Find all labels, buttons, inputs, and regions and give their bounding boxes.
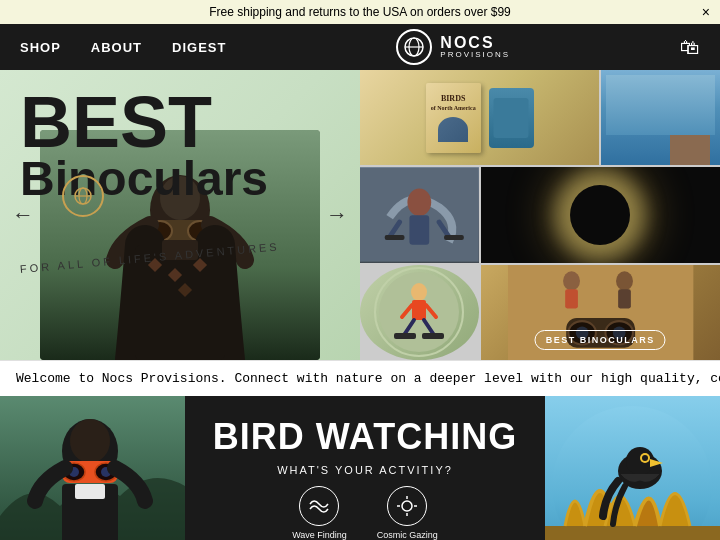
- birds-book-title: BIRDSof North America: [431, 94, 476, 113]
- nav-about-link[interactable]: ABOUT: [91, 40, 142, 55]
- logo-circle: [396, 29, 432, 65]
- hero-title-best: BEST: [20, 90, 281, 155]
- svg-rect-54: [75, 484, 105, 499]
- logo-text: NOCS PROVISIONS: [440, 35, 510, 59]
- cart-icon[interactable]: 🛍: [680, 36, 700, 58]
- announcement-bar: Free shipping and returns to the USA on …: [0, 0, 720, 24]
- wave-finding-icon: [299, 486, 339, 526]
- hero-subtitle: FOR ALL OF LIFE'S ADVENTURES: [19, 240, 280, 275]
- announcement-text: Free shipping and returns to the USA on …: [209, 5, 511, 19]
- hero-left: BEST Binoculars FOR ALL OF LIFE'S ADVENT…: [0, 70, 360, 360]
- svg-rect-34: [422, 333, 444, 339]
- text-banner: Welcome to Nocs Provisions. Connect with…: [0, 360, 720, 396]
- best-binoculars-badge[interactable]: BEST BINOCULARS: [535, 330, 666, 350]
- svg-point-66: [626, 447, 654, 475]
- svg-point-69: [642, 455, 648, 461]
- svg-point-27: [411, 283, 427, 301]
- svg-point-38: [616, 271, 633, 290]
- svg-rect-37: [565, 289, 578, 308]
- close-announcement-button[interactable]: ×: [702, 4, 710, 20]
- hero-logo-circle: [62, 175, 104, 217]
- hero-title-binoculars: Binoculars: [20, 155, 281, 203]
- activity-icons-row: Wave Finding Cosmic Gazing: [292, 486, 438, 540]
- navigation: SHOP ABOUT DIGEST NOCS PROVISIONS 🛍: [0, 24, 720, 70]
- nav-digest-link[interactable]: DIGEST: [172, 40, 226, 55]
- round-skater-svg: [374, 267, 464, 357]
- svg-rect-39: [618, 289, 631, 308]
- svg-rect-28: [412, 300, 426, 320]
- hero-text-content: BEST Binoculars FOR ALL OF LIFE'S ADVENT…: [20, 90, 281, 275]
- bottom-bird-image: [545, 396, 720, 540]
- grid-cell-round-skater: [360, 265, 479, 360]
- grid-cell-skater: [360, 167, 479, 262]
- bird-svg: [545, 396, 720, 540]
- hero-prev-arrow[interactable]: ←: [12, 202, 34, 228]
- svg-rect-23: [385, 235, 405, 240]
- svg-rect-20: [409, 215, 429, 245]
- grid-cell-eclipse: [481, 167, 720, 262]
- bottom-sections: BIRD WATCHING WHAT'S YOUR ACTVITIY? Wave…: [0, 396, 720, 540]
- grid-cell-birds-book: BIRDSof North America: [360, 70, 599, 165]
- svg-rect-24: [444, 235, 464, 240]
- cosmic-gazing-label: Cosmic Gazing: [377, 530, 438, 540]
- svg-point-36: [563, 271, 580, 290]
- svg-rect-64: [545, 526, 720, 540]
- cosmic-gazing-icon: [387, 486, 427, 526]
- nav-shop-link[interactable]: SHOP: [20, 40, 61, 55]
- hero-next-arrow[interactable]: →: [326, 202, 348, 228]
- hero-section: BEST Binoculars FOR ALL OF LIFE'S ADVENT…: [0, 70, 720, 360]
- bottom-person-svg: [0, 396, 185, 540]
- nav-links: SHOP ABOUT DIGEST: [20, 40, 226, 55]
- grid-cell-binoculars-display: BEST BINOCULARS: [481, 265, 720, 360]
- svg-rect-33: [394, 333, 416, 339]
- logo[interactable]: NOCS PROVISIONS: [396, 29, 510, 65]
- nav-cart[interactable]: 🛍: [680, 36, 700, 59]
- brand-name: NOCS: [440, 35, 510, 51]
- grid-cell-ocean: [601, 70, 720, 165]
- svg-point-55: [402, 501, 412, 511]
- skater-svg: [360, 167, 479, 262]
- svg-point-19: [407, 189, 431, 217]
- bottom-person-image: [0, 396, 185, 540]
- activity-wave-finding[interactable]: Wave Finding: [292, 486, 347, 540]
- brand-sub: PROVISIONS: [440, 51, 510, 59]
- wave-finding-label: Wave Finding: [292, 530, 347, 540]
- hero-right-grid: BIRDSof North America: [360, 70, 720, 360]
- activity-cosmic-gazing[interactable]: Cosmic Gazing: [377, 486, 438, 540]
- banner-text: Welcome to Nocs Provisions. Connect with…: [16, 371, 720, 386]
- eclipse-visual: [570, 185, 630, 245]
- bird-watching-title: BIRD WATCHING: [213, 416, 517, 458]
- activity-question: WHAT'S YOUR ACTVITIY?: [277, 464, 453, 476]
- logo-icon: [403, 36, 425, 58]
- bird-watching-section: BIRD WATCHING WHAT'S YOUR ACTVITIY? Wave…: [185, 396, 545, 540]
- svg-point-47: [70, 419, 110, 463]
